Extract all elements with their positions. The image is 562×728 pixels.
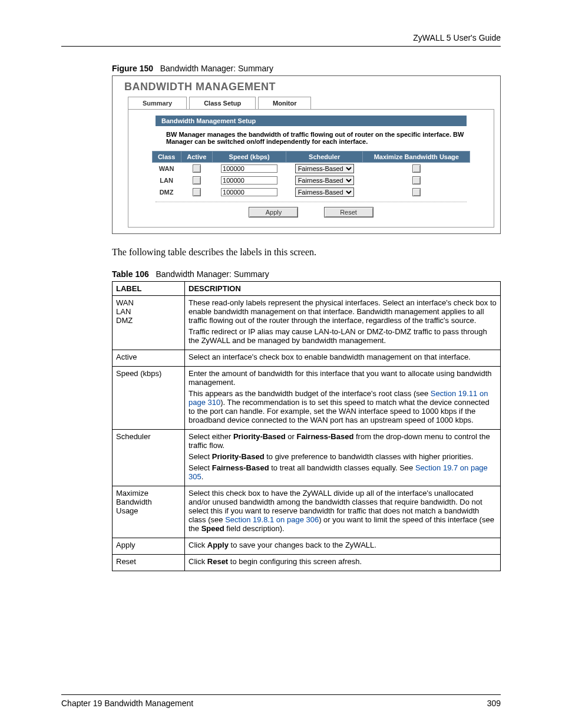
active-checkbox[interactable] (193, 176, 201, 185)
description-table: LABEL DESCRIPTION WANLANDMZThese read-on… (112, 281, 501, 571)
maximize-checkbox[interactable] (412, 188, 421, 196)
scheduler-select[interactable]: Fairness-Based (295, 187, 354, 197)
tab-page: Bandwidth Management Setup BW Manager ma… (128, 110, 494, 228)
cross-ref-link[interactable]: Section 19.8.1 on page 306 (225, 515, 319, 524)
desc-col-label: LABEL (113, 282, 185, 296)
table-row: Speed (kbps)Enter the amount of bandwidt… (113, 367, 501, 430)
tab-class-setup[interactable]: Class Setup (189, 97, 256, 109)
panel-title: BANDWIDTH MANAGEMENT (116, 80, 497, 97)
cell-label: Reset (113, 555, 185, 571)
table-row: LANFairness-Based (152, 174, 470, 186)
figure-title: Bandwidth Manager: Summary (160, 64, 273, 73)
header-rule (61, 46, 501, 47)
tab-bar: Summary Class Setup Monitor (128, 97, 494, 110)
table-label: Table 106 (112, 269, 149, 279)
running-header: ZyWALL 5 User's Guide (413, 33, 501, 42)
figure-caption: Figure 150 Bandwidth Manager: Summary (112, 64, 501, 73)
separator (156, 202, 467, 202)
maximize-checkbox[interactable] (412, 176, 421, 185)
cell-label: Active (113, 350, 185, 367)
col-speed: Speed (kbps) (213, 151, 286, 163)
speed-input[interactable] (221, 164, 277, 173)
table-row: ResetClick Reset to begin configuring th… (113, 555, 501, 571)
page-footer: Chapter 19 Bandwidth Management 309 (61, 694, 501, 708)
col-scheduler: Scheduler (286, 151, 363, 163)
cell-description: Select this check box to have the ZyWALL… (185, 486, 501, 538)
active-checkbox[interactable] (193, 188, 201, 196)
cross-ref-link[interactable]: Section 19.11 on page 310 (189, 389, 488, 407)
cell-class: DMZ (152, 186, 181, 198)
table-row: WANFairness-Based (152, 163, 470, 175)
cell-description: Click Reset to begin configuring this sc… (185, 555, 501, 571)
tab-monitor[interactable]: Monitor (258, 97, 311, 109)
cell-description: Select an interface's check box to enabl… (185, 350, 501, 367)
bandwidth-table: Class Active Speed (kbps) Scheduler Maxi… (152, 151, 471, 198)
table-row: ApplyClick Apply to save your changes ba… (113, 538, 501, 555)
speed-input[interactable] (221, 188, 277, 196)
cell-description: Enter the amount of bandwidth for this i… (185, 367, 501, 430)
cell-label: MaximizeBandwidthUsage (113, 486, 185, 538)
scheduler-select[interactable]: Fairness-Based (295, 164, 354, 173)
reset-button[interactable]: Reset (324, 207, 373, 218)
cell-label: WANLANDMZ (113, 296, 185, 350)
cell-description: Select either Priority-Based or Fairness… (185, 430, 501, 486)
table-row: MaximizeBandwidthUsageSelect this check … (113, 486, 501, 538)
desc-col-description: DESCRIPTION (185, 282, 501, 296)
col-active: Active (181, 151, 212, 163)
cell-class: LAN (152, 174, 181, 186)
table-row: WANLANDMZThese read-only labels represen… (113, 296, 501, 350)
footer-left: Chapter 19 Bandwidth Management (61, 699, 193, 708)
screenshot-panel: BANDWIDTH MANAGEMENT Summary Class Setup… (112, 75, 501, 234)
table-row: ActiveSelect an interface's check box to… (113, 350, 501, 367)
cell-description: Click Apply to save your changes back to… (185, 538, 501, 555)
table-row: SchedulerSelect either Priority-Based or… (113, 430, 501, 486)
col-max: Maximize Bandwidth Usage (363, 151, 470, 163)
maximize-checkbox[interactable] (412, 164, 421, 173)
footer-right: 309 (487, 699, 501, 708)
col-class: Class (152, 151, 181, 163)
apply-button[interactable]: Apply (249, 207, 298, 218)
section-description: BW Manager manages the bandwidth of traf… (166, 131, 467, 145)
speed-input[interactable] (221, 176, 277, 185)
cell-description: These read-only labels represent the phy… (185, 296, 501, 350)
table-row: DMZFairness-Based (152, 186, 470, 198)
cell-class: WAN (152, 163, 181, 175)
cell-label: Scheduler (113, 430, 185, 486)
section-header: Bandwidth Management Setup (156, 116, 467, 126)
table-title: Bandwidth Manager: Summary (156, 269, 269, 279)
cell-label: Speed (kbps) (113, 367, 185, 430)
cell-label: Apply (113, 538, 185, 555)
figure-label: Figure 150 (112, 64, 153, 73)
body-paragraph: The following table describes the labels… (112, 247, 501, 258)
table-caption: Table 106 Bandwidth Manager: Summary (112, 269, 501, 279)
button-row: Apply Reset (138, 207, 484, 218)
scheduler-select[interactable]: Fairness-Based (295, 176, 354, 185)
active-checkbox[interactable] (193, 164, 201, 173)
tab-summary[interactable]: Summary (128, 97, 187, 109)
